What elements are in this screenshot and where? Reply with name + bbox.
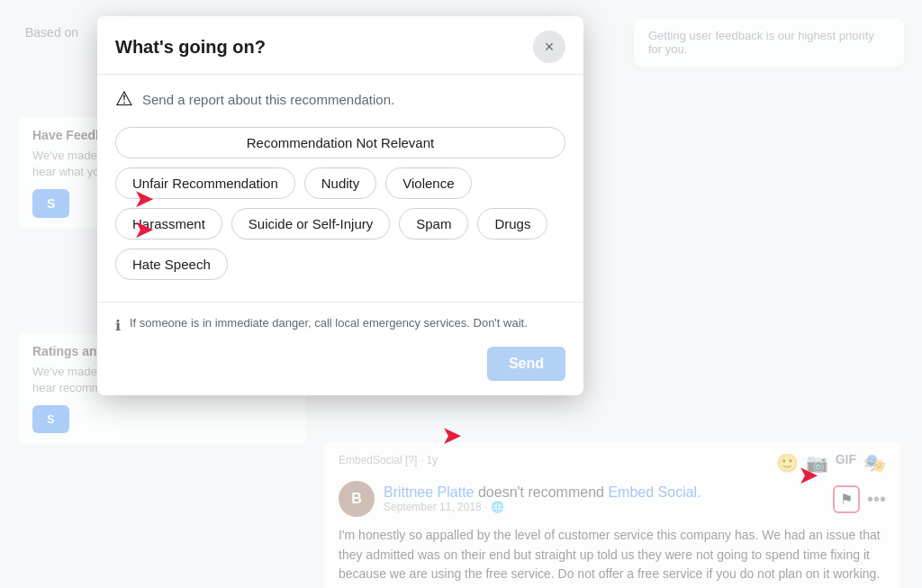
option-harassment[interactable]: Harassment (115, 208, 222, 240)
modal-backdrop: What's going on? × ⚠ Send a report about… (0, 0, 922, 588)
option-suicide[interactable]: Suicide or Self-Injury (231, 208, 390, 240)
close-button[interactable]: × (533, 31, 565, 63)
modal-subtitle-text: Send a report about this recommendation. (142, 92, 394, 107)
arrow-indicator-4: ➤ (798, 460, 818, 490)
arrow-indicator-1: ➤ (133, 184, 154, 213)
arrow-indicator-3: ➤ (441, 421, 462, 450)
warning-icon: ⚠ (115, 87, 133, 111)
arrow-indicator-2: ➤ (133, 214, 154, 244)
footer-text: If someone is in immediate danger, call … (130, 315, 565, 331)
option-violence[interactable]: Violence (385, 167, 471, 199)
modal-body: Recommendation Not Relevant Unfair Recom… (97, 120, 583, 302)
option-hate-speech[interactable]: Hate Speech (115, 249, 228, 280)
modal-bottom: Send (97, 347, 583, 395)
options-grid: Recommendation Not Relevant Unfair Recom… (115, 127, 565, 280)
option-not-relevant[interactable]: Recommendation Not Relevant (115, 127, 565, 158)
modal-title: What's going on? (115, 37, 266, 58)
modal-footer: ℹ If someone is in immediate danger, cal… (97, 302, 583, 347)
option-nudity[interactable]: Nudity (304, 167, 377, 199)
option-drugs[interactable]: Drugs (477, 208, 547, 240)
send-button[interactable]: Send (487, 347, 565, 381)
option-spam[interactable]: Spam (399, 208, 468, 240)
modal-header: What's going on? × (97, 16, 583, 75)
info-icon: ℹ (115, 317, 121, 334)
report-modal: What's going on? × ⚠ Send a report about… (97, 16, 583, 395)
modal-subheader: ⚠ Send a report about this recommendatio… (97, 75, 583, 120)
